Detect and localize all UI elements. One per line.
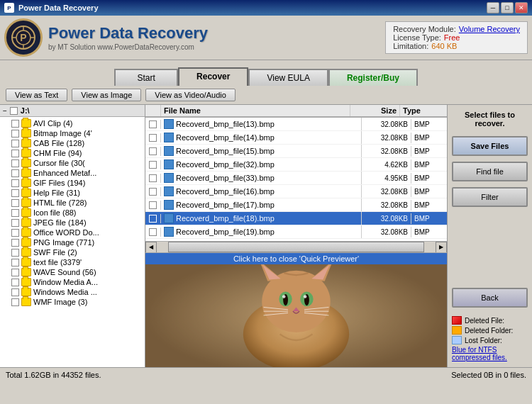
status-selected: Selected 0B in 0 files. xyxy=(451,371,526,379)
file-row[interactable]: Recoverd_bmp_file(33).bmp 4.95KB BMP xyxy=(145,172,447,185)
file-row[interactable]: Recoverd_bmp_file(19).bmp 32.08KB BMP xyxy=(145,225,447,239)
tree-item[interactable]: WMF Image (3) xyxy=(0,297,145,307)
tree-item[interactable]: Cursor file (30( xyxy=(0,158,145,168)
tree-item-checkbox[interactable] xyxy=(11,229,19,237)
tree-item[interactable]: JPEG file (184) xyxy=(0,218,145,228)
file-row-checkbox[interactable] xyxy=(145,160,161,169)
preview-content xyxy=(145,264,447,367)
file-row[interactable]: Recoverd_bmp_file(14).bmp 32.08KB BMP xyxy=(145,131,447,145)
file-row[interactable]: Recoverd_bmp_file(32).bmp 4.62KB BMP xyxy=(145,158,447,172)
header-info: Recovery Module: Volume Recovery License… xyxy=(385,21,528,54)
file-tree-panel: − J:\ AVI Clip (4) Bitmap Image (4' CAB … xyxy=(0,105,145,367)
tree-item[interactable]: WAVE Sound (56) xyxy=(0,267,145,277)
tree-item-checkbox[interactable] xyxy=(11,159,19,167)
file-row-checkbox[interactable] xyxy=(145,133,161,142)
tree-item[interactable]: CHM File (94) xyxy=(0,148,145,158)
tree-item-checkbox[interactable] xyxy=(11,189,19,197)
file-row-name: Recoverd_bmp_file(33).bmp xyxy=(161,172,362,184)
file-row[interactable]: Recoverd_bmp_file(13).bmp 32.08KB BMP xyxy=(145,118,447,131)
minimize-button[interactable]: ─ xyxy=(487,2,499,13)
tree-item[interactable]: Office WORD Do... xyxy=(0,228,145,237)
tree-item-checkbox[interactable] xyxy=(11,150,19,157)
tree-item[interactable]: HTML file (728) xyxy=(0,198,145,208)
filter-button[interactable]: Filter xyxy=(452,187,528,207)
file-row[interactable]: Recoverd_bmp_file(18).bmp 32.08KB BMP xyxy=(145,212,447,225)
file-row[interactable]: Recoverd_bmp_file(17).bmp 32.08KB BMP xyxy=(145,198,447,212)
file-row[interactable]: Recoverd_bmp_file(16).bmp 32.08KB BMP xyxy=(145,185,447,198)
tree-item[interactable]: CAB File (128) xyxy=(0,138,145,148)
file-row-checkbox[interactable] xyxy=(145,187,161,196)
right-sidebar: Select files to recover. Save Files Find… xyxy=(447,105,532,367)
legend-area: Deleted File: Deleted Folder: Lost Folde… xyxy=(452,316,528,361)
ntfs-link[interactable]: Blue for NTFS compressed files. xyxy=(452,346,528,361)
file-type-icon xyxy=(164,159,174,169)
scroll-right-arrow[interactable]: ▶ xyxy=(436,242,447,253)
tab-start[interactable]: Start xyxy=(114,69,178,86)
tree-item-checkbox[interactable] xyxy=(11,269,19,276)
tree-item[interactable]: AVI Clip (4) xyxy=(0,118,145,128)
sub-tab-view-as-image[interactable]: View as Image xyxy=(72,89,141,101)
tree-item-label: SWF File (2) xyxy=(33,248,77,257)
maximize-button[interactable]: □ xyxy=(501,2,514,13)
tree-item[interactable]: Icon file (88) xyxy=(0,208,145,218)
file-row-size: 32.08KB xyxy=(362,186,411,197)
tree-item-checkbox[interactable] xyxy=(11,120,19,128)
tree-item-checkbox[interactable] xyxy=(11,279,19,286)
tree-item-checkbox[interactable] xyxy=(11,288,19,296)
tab-register-buy[interactable]: Register/Buy xyxy=(328,69,418,86)
close-button[interactable]: ✕ xyxy=(515,2,528,13)
tree-item[interactable]: Window Media A... xyxy=(0,277,145,287)
file-row-checkbox[interactable] xyxy=(145,120,161,129)
recovery-module-value[interactable]: Volume Recovery xyxy=(459,25,520,33)
tree-item[interactable]: SWF File (2) xyxy=(0,247,145,257)
save-files-button[interactable]: Save Files xyxy=(452,136,528,156)
tree-item-checkbox[interactable] xyxy=(11,259,19,266)
tree-item[interactable]: Bitmap Image (4' xyxy=(0,128,145,138)
file-row-checkbox[interactable] xyxy=(145,201,161,210)
file-row[interactable]: Recoverd_bmp_file(15).bmp 32.08KB BMP xyxy=(145,145,447,158)
file-row-type: BMP xyxy=(411,119,447,130)
tree-item-checkbox[interactable] xyxy=(11,169,19,177)
tree-item-checkbox[interactable] xyxy=(11,209,19,217)
back-button[interactable]: Back xyxy=(452,288,528,308)
tree-item[interactable]: text file (3379' xyxy=(0,257,145,267)
file-row-checkbox[interactable] xyxy=(145,147,161,156)
file-row-checkbox[interactable] xyxy=(145,228,161,237)
scroll-left-arrow[interactable]: ◀ xyxy=(145,242,157,253)
collapse-icon[interactable]: − xyxy=(3,107,7,115)
preview-header[interactable]: Click here to close 'Quick Previewer' xyxy=(145,253,447,264)
file-type-icon xyxy=(164,186,174,196)
recovery-module-label: Recovery Module: xyxy=(393,25,456,33)
folder-icon xyxy=(21,238,31,247)
tree-item-checkbox[interactable] xyxy=(11,298,19,306)
tree-item-checkbox[interactable] xyxy=(11,179,19,187)
tree-drive-checkbox[interactable] xyxy=(10,107,18,115)
tree-item-checkbox[interactable] xyxy=(11,199,19,207)
file-list-area: File Name Size Type Recoverd_bmp_file(13… xyxy=(145,105,447,252)
tree-item[interactable]: Windows Media ... xyxy=(0,287,145,297)
folder-icon xyxy=(21,159,31,167)
tree-item-checkbox[interactable] xyxy=(11,239,19,247)
tree-item-checkbox[interactable] xyxy=(11,130,19,138)
horizontal-scrollbar[interactable]: ◀ ▶ xyxy=(145,241,447,252)
tree-list[interactable]: AVI Clip (4) Bitmap Image (4' CAB File (… xyxy=(0,117,145,367)
folder-icon xyxy=(21,179,31,187)
tab-recover[interactable]: Recover xyxy=(178,67,248,86)
tree-item[interactable]: Enhanced Metaf... xyxy=(0,168,145,178)
logo-title: Power Data Recovery xyxy=(48,24,208,43)
file-row-checkbox[interactable] xyxy=(145,174,161,183)
sub-tab-view-as-video-audio[interactable]: View as Video/Audio xyxy=(145,89,235,101)
sub-tab-view-as-text[interactable]: View as Text xyxy=(6,89,67,101)
tree-item-checkbox[interactable] xyxy=(11,219,19,227)
tree-item-checkbox[interactable] xyxy=(11,249,19,257)
file-list-body[interactable]: Recoverd_bmp_file(13).bmp 32.08KB BMP Re… xyxy=(145,118,447,241)
find-file-button[interactable]: Find file xyxy=(452,162,528,181)
tree-item[interactable]: GIF Files (194) xyxy=(0,178,145,188)
title-bar: P Power Data Recovery ─ □ ✕ xyxy=(0,0,532,16)
scroll-track[interactable] xyxy=(168,242,424,252)
tree-item-checkbox[interactable] xyxy=(11,140,19,147)
file-row-checkbox[interactable] xyxy=(145,214,161,223)
tree-item[interactable]: Help File (31) xyxy=(0,188,145,198)
tab-view-eula[interactable]: View EULA xyxy=(248,69,328,86)
tree-item[interactable]: PNG Image (771) xyxy=(0,237,145,247)
